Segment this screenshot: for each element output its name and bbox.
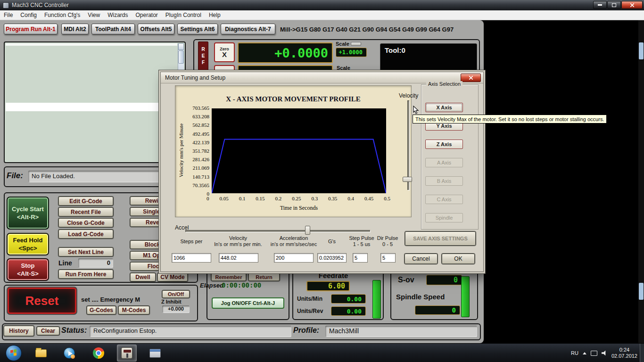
scroll-up-icon[interactable] xyxy=(178,43,184,50)
taskbar-clock[interactable]: 0:24 02.07.2012 xyxy=(611,347,637,359)
menu-plugin-control[interactable]: PlugIn Control xyxy=(162,11,205,19)
motor-tuning-dialog: Motor Tuning and Setup X - AXIS MOTOR MO… xyxy=(160,72,484,272)
acceleration-input[interactable] xyxy=(274,253,314,263)
window-app-taskbar-icon[interactable] xyxy=(145,345,165,362)
start-button[interactable] xyxy=(6,345,22,361)
gs-input[interactable] xyxy=(317,253,347,263)
scale-dro[interactable]: +1.0000 xyxy=(336,48,367,57)
scrollbar-thumb[interactable] xyxy=(639,42,644,59)
maximize-icon[interactable] xyxy=(607,1,621,9)
tab-offsets[interactable]: Offsets Alt5 xyxy=(138,24,174,34)
onoff-button[interactable]: On/Off xyxy=(162,290,190,298)
x-tick-label: 0.45 xyxy=(364,196,373,201)
line-number-field[interactable]: 0 xyxy=(78,258,113,268)
spindle-override-bar[interactable] xyxy=(461,276,470,317)
spindle-speed-title: Spindle Speed xyxy=(396,293,445,301)
remember-button[interactable]: Remember xyxy=(211,273,246,281)
tab-program-run[interactable]: Program Run Alt-1 xyxy=(4,24,58,34)
y-tick-label: 703.565 xyxy=(192,105,209,111)
reset-button[interactable]: Reset xyxy=(7,287,77,315)
desktop-scrollbar[interactable] xyxy=(638,20,644,343)
tab-diagnostics[interactable]: Diagnostics Alt-7 xyxy=(221,24,275,34)
x-axis-dro[interactable]: +0.0000 xyxy=(238,42,333,63)
cycle-start-button[interactable]: Cycle Start <Alt-R> xyxy=(7,197,49,230)
mach3-icon xyxy=(121,347,132,359)
run-from-here-button[interactable]: Run From Here xyxy=(58,270,113,279)
x-tick-label: 0.3 xyxy=(311,196,318,201)
step-pulse-label: Step Pulse1 - 5 us xyxy=(347,234,376,248)
tab-mdi[interactable]: MDI Alt2 xyxy=(61,24,89,34)
minimize-icon[interactable] xyxy=(593,1,607,9)
explorer-taskbar-icon[interactable] xyxy=(31,345,51,362)
z-axis-button[interactable]: Z Axis xyxy=(425,140,463,149)
x-tick-label: 0.15 xyxy=(256,196,264,201)
ok-button[interactable]: OK xyxy=(442,254,475,264)
history-button[interactable]: History xyxy=(4,326,34,336)
close-gcode-button[interactable]: Close G-Code xyxy=(58,218,113,227)
feedrate-override-bar[interactable] xyxy=(372,280,381,319)
dir-pulse-input[interactable] xyxy=(380,253,396,263)
accel-slider-track[interactable] xyxy=(185,230,370,232)
volume-tray-icon[interactable] xyxy=(602,350,607,356)
step-pulse-input[interactable] xyxy=(353,253,368,263)
feedrate-dro[interactable]: 6.00 xyxy=(306,281,350,291)
tab-settings[interactable]: Settings Alt6 xyxy=(177,24,218,34)
y-tick-label: 351.782 xyxy=(192,148,209,154)
elapsed-readout: 0:00:00:00 xyxy=(222,281,261,289)
steps-per-input[interactable] xyxy=(172,253,211,263)
spindle-speed-dro[interactable]: 0 xyxy=(415,305,460,315)
language-indicator[interactable]: RU xyxy=(571,350,578,356)
scrollbar-thumb[interactable] xyxy=(178,50,184,64)
velocity-input[interactable] xyxy=(219,253,258,263)
show-hidden-icons-icon[interactable] xyxy=(583,352,586,354)
scrollbar-thumb[interactable] xyxy=(639,283,644,300)
mcodes-button[interactable]: M-Codes xyxy=(118,306,149,314)
cv-mode-button[interactable]: CV Mode xyxy=(157,273,188,281)
menu-file[interactable]: File xyxy=(0,11,17,19)
show-desktop-button[interactable] xyxy=(640,344,644,362)
close-icon[interactable] xyxy=(621,1,643,9)
x-axis-button[interactable]: X Axis xyxy=(425,103,463,112)
clear-button[interactable]: Clear xyxy=(37,327,59,335)
load-gcode-button[interactable]: Load G-Code xyxy=(58,230,113,239)
active-gcodes: Mill->G15 G80 G17 G40 G21 G90 G94 G54 G4… xyxy=(280,26,454,33)
folder-icon xyxy=(35,349,47,357)
tab-toolpath[interactable]: ToolPath Alt4 xyxy=(91,24,135,34)
return-button[interactable]: Return xyxy=(248,273,280,281)
gcode-display[interactable] xyxy=(4,41,186,163)
feed-hold-button[interactable]: Feed Hold <Spc> xyxy=(7,233,49,255)
media-player-taskbar-icon[interactable] xyxy=(59,345,79,362)
dwell-button[interactable]: Dwell xyxy=(130,273,156,281)
z-inhibit-value[interactable]: +0.000 xyxy=(162,305,190,313)
mach3-taskbar-icon[interactable] xyxy=(117,345,137,362)
save-axis-settings-button[interactable]: SAVE AXIS SETTINGS xyxy=(405,231,476,246)
jog-onoff-button[interactable]: Jog ON/OFF Ctrl-Alt-J xyxy=(212,297,284,309)
recent-file-button[interactable]: Recent File xyxy=(58,207,113,216)
chrome-taskbar-icon[interactable] xyxy=(89,345,108,362)
edit-gcode-button[interactable]: Edit G-Code xyxy=(58,197,113,206)
sov-dro[interactable]: 0 xyxy=(426,275,462,285)
cancel-button[interactable]: Cancel xyxy=(405,254,438,264)
accel-slider[interactable] xyxy=(185,226,370,235)
chrome-icon xyxy=(93,347,104,359)
gs-field-label: G's xyxy=(317,234,347,248)
menu-wizards[interactable]: Wizards xyxy=(104,11,132,19)
menu-operator[interactable]: Operator xyxy=(132,11,162,19)
scale-slider-icon[interactable] xyxy=(351,42,361,46)
menu-help[interactable]: Help xyxy=(205,11,224,19)
velocity-slider-thumb[interactable] xyxy=(403,177,412,182)
ref-button[interactable]: REF xyxy=(198,41,208,72)
dialog-close-icon[interactable] xyxy=(461,74,481,82)
menu-view[interactable]: View xyxy=(84,11,104,19)
stop-button[interactable]: Stop <Alt-S> xyxy=(7,258,49,281)
zero-x-button[interactable]: Zero X xyxy=(214,42,235,62)
gcodes-button[interactable]: G-Codes xyxy=(87,306,116,314)
velocity-slider[interactable] xyxy=(402,100,413,190)
accel-slider-thumb[interactable] xyxy=(305,226,310,235)
scale-label: Scale xyxy=(336,41,349,47)
menu-function-cfgs[interactable]: Function Cfg's xyxy=(41,11,84,19)
network-tray-icon[interactable] xyxy=(591,351,597,356)
menu-config[interactable]: Config xyxy=(17,11,41,19)
window-title: Mach3 CNC Controller xyxy=(12,2,69,8)
set-next-line-button[interactable]: Set Next Line xyxy=(58,247,113,256)
